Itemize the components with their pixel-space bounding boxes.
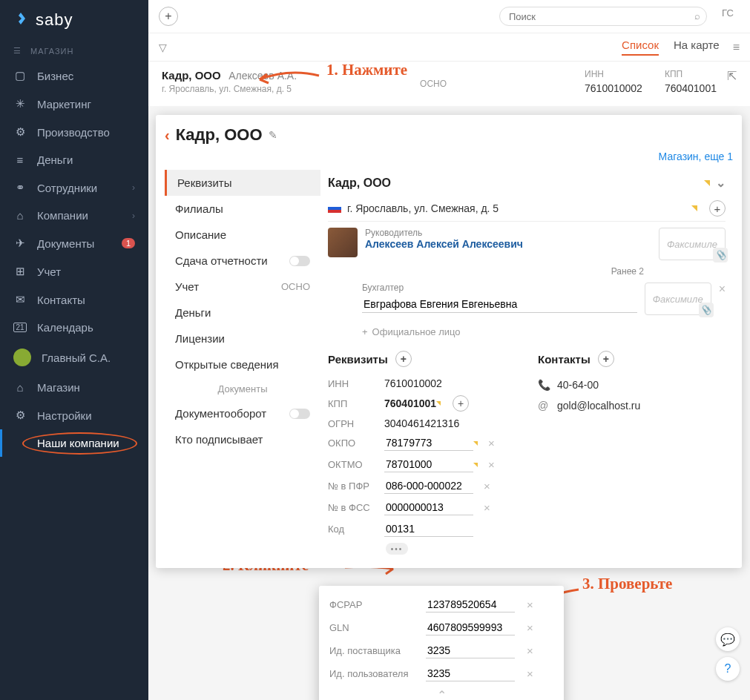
corner-marker bbox=[436, 401, 441, 406]
side-tabs: Реквизиты Филиалы Описание Сдача отчетно… bbox=[165, 170, 320, 555]
remove-icon[interactable]: × bbox=[719, 283, 726, 296]
sliders-icon[interactable]: ≡ bbox=[733, 41, 740, 54]
factory-icon: ⚙ bbox=[13, 125, 27, 139]
clear-icon[interactable]: × bbox=[527, 598, 533, 611]
clear-icon[interactable]: × bbox=[488, 458, 495, 471]
add-official-button[interactable]: + Официальное лицо bbox=[362, 326, 726, 337]
clear-icon[interactable]: × bbox=[484, 480, 490, 492]
nav-settings[interactable]: ⚙Настройки bbox=[0, 401, 148, 429]
add-button[interactable]: + bbox=[159, 7, 178, 26]
req-inn: 7610010002 bbox=[384, 377, 442, 389]
filter-icon[interactable]: ▽ bbox=[159, 42, 167, 53]
back-button[interactable]: ‹ bbox=[165, 127, 170, 144]
attach-icon[interactable]: 📎 bbox=[699, 303, 714, 317]
side-tab-money[interactable]: Деньги bbox=[165, 300, 320, 326]
facsimile-box-2[interactable]: Факсимиле 📎 bbox=[645, 283, 711, 315]
nav-staff[interactable]: ⚭Сотрудники› bbox=[0, 174, 148, 202]
help-button[interactable]: ? bbox=[716, 657, 740, 681]
chevron-down-icon[interactable]: ⌄ bbox=[716, 176, 726, 190]
active-indicator bbox=[0, 429, 2, 457]
more-button[interactable]: ••• bbox=[386, 543, 408, 555]
nav-calendar[interactable]: 21Календарь bbox=[0, 314, 148, 341]
nav-user[interactable]: Главный С.А. bbox=[0, 341, 148, 374]
nav-money[interactable]: ≡Деньги bbox=[0, 146, 148, 174]
supplier-id-input[interactable] bbox=[426, 643, 515, 658]
req-okpo-input[interactable] bbox=[384, 435, 473, 451]
req-kod-input[interactable] bbox=[384, 521, 473, 537]
nav-contacts[interactable]: ✉Контакты bbox=[0, 285, 148, 314]
side-tab-reporting[interactable]: Сдача отчетности bbox=[165, 248, 320, 274]
add-contact-button[interactable]: + bbox=[598, 351, 614, 367]
user-id-input[interactable] bbox=[426, 666, 515, 681]
head-name[interactable]: Алексеев Алексей Алексеевич bbox=[365, 238, 651, 250]
clear-icon[interactable]: × bbox=[527, 644, 533, 657]
inn-value: 7610010002 bbox=[585, 82, 642, 94]
side-tab-docflow[interactable]: Документооборот bbox=[165, 400, 320, 426]
user-initials[interactable]: ГС bbox=[722, 7, 740, 25]
tab-list[interactable]: Список bbox=[622, 39, 659, 56]
side-tab-signers[interactable]: Кто подписывает bbox=[165, 426, 320, 452]
popout-icon[interactable]: ⇱ bbox=[727, 69, 737, 99]
toggle[interactable] bbox=[289, 256, 310, 266]
gear-icon: ⚙ bbox=[13, 409, 27, 422]
store-link[interactable]: Магазин, еще 1 bbox=[165, 151, 733, 162]
nav-accounting[interactable]: ⊞Учет bbox=[0, 257, 148, 285]
contacts-title: Контакты bbox=[538, 353, 591, 366]
collapse-button[interactable]: ⌃ bbox=[329, 688, 553, 700]
clear-icon[interactable]: × bbox=[484, 501, 490, 514]
nav-our-companies[interactable]: Наши компании bbox=[0, 429, 148, 457]
search-input[interactable] bbox=[509, 7, 684, 25]
nav-documents[interactable]: ✈Документы1 bbox=[0, 229, 148, 257]
company-person: Алексеев А.А. bbox=[228, 70, 297, 82]
side-tab-accounting[interactable]: УчетОСНО bbox=[165, 274, 320, 300]
tax-regime: ОСНО bbox=[420, 79, 447, 89]
clear-icon[interactable]: × bbox=[488, 437, 495, 449]
inn-label: ИНН bbox=[585, 69, 642, 79]
clear-icon[interactable]: × bbox=[527, 667, 533, 680]
ledger-icon: ⊞ bbox=[13, 265, 27, 278]
contact-email: gold@localhost.ru bbox=[557, 400, 640, 412]
topbar: + ⌕ ГС bbox=[148, 0, 750, 33]
add-address-button[interactable]: + bbox=[709, 200, 726, 217]
chevron-right-icon: › bbox=[132, 211, 135, 221]
facsimile-box[interactable]: Факсимиле 📎 bbox=[659, 228, 726, 260]
company-meta: ИНН 7610010002 КПП 760401001 bbox=[585, 69, 717, 99]
toggle[interactable] bbox=[289, 409, 310, 419]
tabs-row: ▽ Список На карте ≡ bbox=[148, 33, 750, 62]
menu-icon[interactable]: ☰ bbox=[13, 46, 22, 56]
clear-icon[interactable]: × bbox=[527, 621, 533, 634]
tab-map[interactable]: На карте bbox=[674, 39, 720, 56]
previous-link[interactable]: Ранее 2 bbox=[328, 266, 726, 277]
side-tab-branches[interactable]: Филиалы bbox=[165, 196, 320, 222]
req-oktmo-input[interactable] bbox=[384, 457, 473, 472]
side-tab-description[interactable]: Описание bbox=[165, 222, 320, 248]
docs-section-label: Документы bbox=[165, 377, 320, 400]
req-pfr-input[interactable] bbox=[384, 478, 473, 494]
nav-production[interactable]: ⚙Производство bbox=[0, 118, 148, 146]
send-icon: ✈ bbox=[13, 237, 27, 250]
side-tab-open-info[interactable]: Открытые сведения bbox=[165, 351, 320, 377]
req-fss-input[interactable] bbox=[384, 500, 473, 515]
gln-input[interactable] bbox=[426, 620, 515, 635]
edit-icon[interactable]: ✎ bbox=[269, 129, 277, 141]
search-icon[interactable]: ⌕ bbox=[694, 10, 700, 22]
nav-companies[interactable]: ⌂Компании› bbox=[0, 202, 148, 229]
corner-marker bbox=[473, 463, 478, 467]
company-address: г. Ярославль, ул. Смежная, д. 5 bbox=[162, 84, 297, 94]
nav-business[interactable]: ▢Бизнес bbox=[0, 62, 148, 90]
company-row[interactable]: Кадр, ООО Алексеев А.А. г. Ярославль, ул… bbox=[148, 62, 750, 106]
add-requisite-button[interactable]: + bbox=[395, 351, 412, 367]
accountant-name-input[interactable] bbox=[362, 296, 637, 313]
avatar-icon bbox=[13, 349, 31, 366]
attach-icon[interactable]: 📎 bbox=[713, 248, 728, 262]
fsrar-input[interactable] bbox=[426, 597, 515, 612]
nav-store[interactable]: ⌂Магазин bbox=[0, 374, 148, 401]
nav-marketing[interactable]: ✳Маркетинг bbox=[0, 90, 148, 118]
add-kpp-button[interactable]: + bbox=[453, 395, 469, 412]
head-role: Руководитель bbox=[365, 228, 651, 238]
side-tab-requisites[interactable]: Реквизиты bbox=[165, 170, 320, 196]
logo-text: saby bbox=[36, 10, 73, 30]
chat-button[interactable]: 💬 bbox=[716, 627, 740, 651]
sparkle-icon: ✳ bbox=[13, 97, 27, 110]
side-tab-licenses[interactable]: Лицензии bbox=[165, 326, 320, 351]
